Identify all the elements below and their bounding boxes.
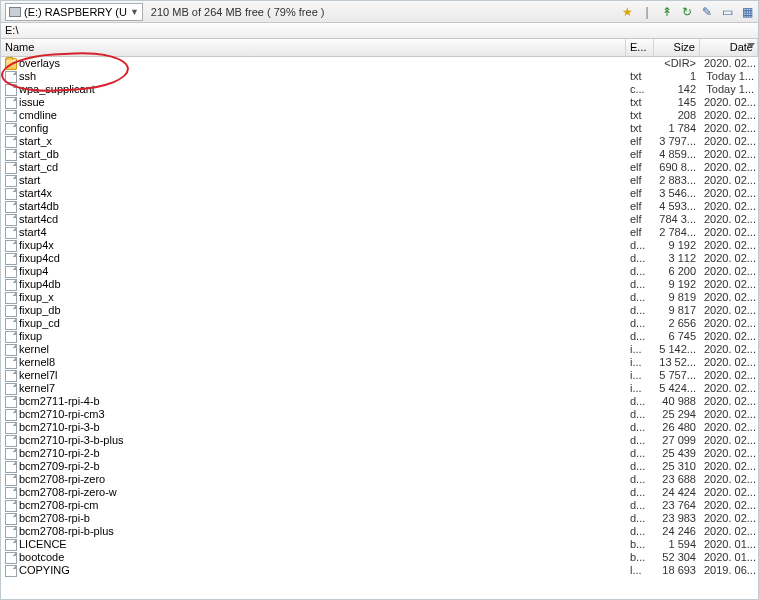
list-item[interactable]: fixup_dbd...9 8172020. 02... — [1, 304, 758, 317]
file-date: 2020. 02... — [700, 161, 758, 174]
list-item[interactable]: fixup4d...6 2002020. 02... — [1, 265, 758, 278]
file-date: 2020. 02... — [700, 395, 758, 408]
header-size[interactable]: Size — [654, 39, 700, 56]
list-item[interactable]: start4dbelf4 593...2020. 02... — [1, 200, 758, 213]
list-item[interactable]: start_dbelf4 859...2020. 02... — [1, 148, 758, 161]
list-item[interactable]: bootcodeb...52 3042020. 01... — [1, 551, 758, 564]
list-item[interactable]: bcm2710-rpi-2-bd...25 4392020. 02... — [1, 447, 758, 460]
file-ext: c... — [626, 83, 654, 96]
list-item[interactable]: kerneli...5 142...2020. 02... — [1, 343, 758, 356]
file-icon — [5, 71, 17, 83]
chevron-down-icon: ▼ — [130, 7, 139, 17]
list-item[interactable]: fixupd...6 7452020. 02... — [1, 330, 758, 343]
list-item[interactable]: bcm2708-rpi-bd...23 9832020. 02... — [1, 512, 758, 525]
file-name: fixup4cd — [19, 252, 60, 265]
file-icon — [5, 318, 17, 330]
list-item[interactable]: issuetxt1452020. 02... — [1, 96, 758, 109]
file-ext: b... — [626, 551, 654, 564]
list-item[interactable]: bcm2708-rpi-zerod...23 6882020. 02... — [1, 473, 758, 486]
file-date: Today 1... — [700, 83, 758, 96]
file-date: 2020. 02... — [700, 499, 758, 512]
list-item[interactable]: kernel8i...13 52...2020. 02... — [1, 356, 758, 369]
list-item[interactable]: configtxt1 7842020. 02... — [1, 122, 758, 135]
list-item[interactable]: wpa_supplicantc...142Today 1... — [1, 83, 758, 96]
file-ext: elf — [626, 200, 654, 213]
view-grid-icon[interactable]: ▦ — [740, 5, 754, 19]
header-ext[interactable]: E... — [626, 39, 654, 56]
list-item[interactable]: start4elf2 784...2020. 02... — [1, 226, 758, 239]
list-item[interactable]: bcm2708-rpi-zero-wd...24 4242020. 02... — [1, 486, 758, 499]
list-item[interactable]: fixup_xd...9 8192020. 02... — [1, 291, 758, 304]
file-size: 6 200 — [654, 265, 700, 278]
drive-selector[interactable]: (E:) RASPBERRY (U ▼ — [5, 3, 143, 21]
list-item[interactable]: kernel7i...5 424...2020. 02... — [1, 382, 758, 395]
file-name: bcm2709-rpi-2-b — [19, 460, 100, 473]
file-ext: d... — [626, 304, 654, 317]
file-icon — [5, 565, 17, 577]
path-bar[interactable]: E:\ — [1, 23, 758, 39]
list-item[interactable]: start4xelf3 546...2020. 02... — [1, 187, 758, 200]
view-list-icon[interactable]: ▭ — [720, 5, 734, 19]
file-ext — [626, 57, 654, 70]
list-item[interactable]: overlays<DIR>2020. 02... — [1, 57, 758, 70]
file-size: 25 310 — [654, 460, 700, 473]
list-item[interactable]: fixup_cdd...2 6562020. 02... — [1, 317, 758, 330]
file-ext: l... — [626, 564, 654, 577]
list-item[interactable]: fixup4cdd...3 1122020. 02... — [1, 252, 758, 265]
file-icon — [5, 97, 17, 109]
list-item[interactable]: kernel7li...5 757...2020. 02... — [1, 369, 758, 382]
header-date[interactable]: Date — [700, 39, 758, 56]
list-item[interactable]: bcm2708-rpi-cmd...23 7642020. 02... — [1, 499, 758, 512]
up-arrow-icon[interactable]: ↟ — [660, 5, 674, 19]
file-size: 23 983 — [654, 512, 700, 525]
list-item[interactable]: sshtxt1Today 1... — [1, 70, 758, 83]
drive-label: (E:) RASPBERRY (U — [24, 6, 127, 18]
file-date: 2020. 02... — [700, 252, 758, 265]
favorite-icon[interactable]: ★ — [620, 5, 634, 19]
list-item[interactable]: cmdlinetxt2082020. 02... — [1, 109, 758, 122]
list-item[interactable]: bcm2708-rpi-b-plusd...24 2462020. 02... — [1, 525, 758, 538]
list-item[interactable]: start_xelf3 797...2020. 02... — [1, 135, 758, 148]
edit-icon[interactable]: ✎ — [700, 5, 714, 19]
file-icon — [5, 84, 17, 96]
file-name: LICENCE — [19, 538, 67, 551]
list-item[interactable]: bcm2710-rpi-3-b-plusd...27 0992020. 02..… — [1, 434, 758, 447]
file-name: wpa_supplicant — [19, 83, 95, 96]
list-item[interactable]: bcm2709-rpi-2-bd...25 3102020. 02... — [1, 460, 758, 473]
list-item[interactable]: start4cdelf784 3...2020. 02... — [1, 213, 758, 226]
file-size: 5 424... — [654, 382, 700, 395]
file-list[interactable]: overlays<DIR>2020. 02...sshtxt1Today 1..… — [1, 57, 758, 599]
file-name: bcm2708-rpi-cm — [19, 499, 98, 512]
list-item[interactable]: fixup4dbd...9 1922020. 02... — [1, 278, 758, 291]
file-name: overlays — [19, 57, 60, 70]
file-ext: d... — [626, 525, 654, 538]
file-icon — [5, 552, 17, 564]
file-icon — [5, 383, 17, 395]
file-size: 1 784 — [654, 122, 700, 135]
file-ext: d... — [626, 239, 654, 252]
list-item[interactable]: bcm2711-rpi-4-bd...40 9882020. 02... — [1, 395, 758, 408]
file-size: 23 764 — [654, 499, 700, 512]
refresh-icon[interactable]: ↻ — [680, 5, 694, 19]
file-date: 2020. 02... — [700, 434, 758, 447]
header-name[interactable]: Name — [1, 39, 626, 56]
file-date: 2020. 02... — [700, 382, 758, 395]
list-item[interactable]: LICENCEb...1 5942020. 01... — [1, 538, 758, 551]
file-icon — [5, 201, 17, 213]
file-ext: txt — [626, 70, 654, 83]
list-item[interactable]: bcm2710-rpi-cm3d...25 2942020. 02... — [1, 408, 758, 421]
list-item[interactable]: COPYINGl...18 6932019. 06... — [1, 564, 758, 577]
file-ext: d... — [626, 499, 654, 512]
list-item[interactable]: start_cdelf690 8...2020. 02... — [1, 161, 758, 174]
file-date: 2020. 02... — [700, 174, 758, 187]
file-size: 6 745 — [654, 330, 700, 343]
file-icon — [5, 305, 17, 317]
current-path: E:\ — [5, 24, 18, 36]
file-size: 690 8... — [654, 161, 700, 174]
list-item[interactable]: fixup4xd...9 1922020. 02... — [1, 239, 758, 252]
list-item[interactable]: startelf2 883...2020. 02... — [1, 174, 758, 187]
list-item[interactable]: bcm2710-rpi-3-bd...26 4802020. 02... — [1, 421, 758, 434]
file-date: 2020. 02... — [700, 135, 758, 148]
file-ext: d... — [626, 486, 654, 499]
file-icon — [5, 487, 17, 499]
